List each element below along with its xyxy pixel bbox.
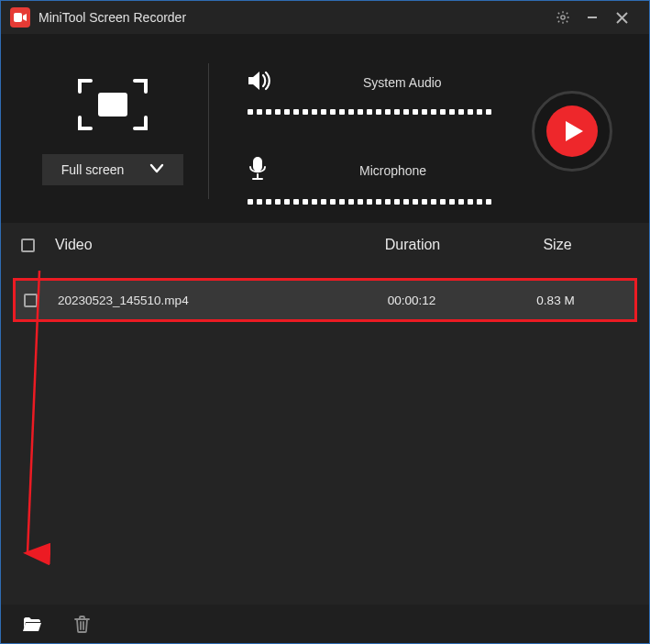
speaker-icon[interactable] (248, 71, 271, 94)
controls-panel: Full screen System Audio (1, 34, 649, 223)
microphone-label: Microphone (359, 163, 426, 178)
svg-rect-6 (254, 158, 261, 171)
close-button[interactable] (607, 3, 636, 32)
system-audio-label: System Audio (363, 75, 442, 90)
app-logo-icon (10, 7, 30, 28)
row-duration: 00:00:12 (338, 294, 485, 307)
bottom-toolbar (1, 605, 649, 643)
delete-button[interactable] (71, 613, 93, 635)
row-checkbox[interactable] (24, 294, 38, 307)
region-select-icon[interactable] (76, 77, 149, 132)
record-section (517, 50, 627, 212)
capture-region-section: Full screen (23, 50, 203, 212)
column-size: Size (486, 237, 629, 253)
region-mode-label: Full screen (61, 162, 124, 177)
select-all-checkbox[interactable] (21, 239, 35, 252)
microphone-level[interactable] (248, 199, 495, 205)
recordings-list: 20230523_145510.mp4 00:00:12 0.83 M (1, 267, 649, 605)
row-size: 0.83 M (485, 294, 626, 307)
play-icon (546, 105, 598, 157)
microphone-row: Microphone (248, 157, 517, 205)
microphone-icon[interactable] (248, 157, 268, 184)
app-window: MiniTool Screen Recorder (0, 0, 650, 644)
system-audio-level[interactable] (248, 109, 495, 115)
svg-rect-0 (14, 13, 22, 22)
titlebar: MiniTool Screen Recorder (1, 1, 649, 34)
svg-point-1 (561, 16, 565, 19)
minimize-button[interactable] (578, 3, 607, 32)
system-audio-row: System Audio (248, 71, 517, 115)
app-title: MiniTool Screen Recorder (39, 10, 548, 25)
svg-rect-5 (98, 93, 127, 117)
column-duration: Duration (339, 237, 486, 253)
column-video: Video (55, 237, 339, 253)
open-folder-button[interactable] (21, 613, 43, 635)
recordings-header: Video Duration Size (1, 223, 649, 267)
region-mode-dropdown[interactable]: Full screen (42, 154, 183, 185)
record-button[interactable] (532, 91, 612, 172)
divider (208, 63, 209, 199)
settings-button[interactable] (548, 3, 578, 32)
chevron-down-icon (149, 162, 164, 177)
audio-section: System Audio Microph (215, 50, 517, 212)
row-filename: 20230523_145510.mp4 (58, 294, 338, 307)
recording-row[interactable]: 20230523_145510.mp4 00:00:12 0.83 M (13, 278, 637, 322)
